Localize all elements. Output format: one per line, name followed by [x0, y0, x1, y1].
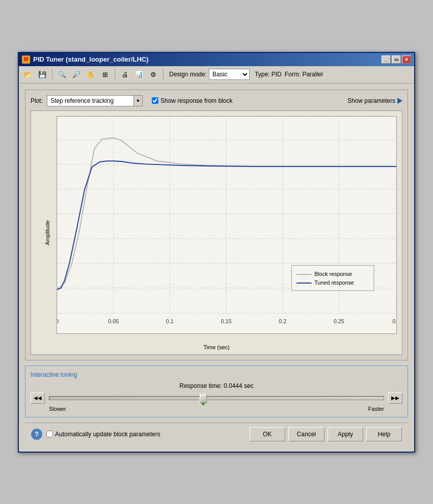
toolbar-print[interactable]: 🖨 [119, 68, 131, 80]
svg-text:0.15: 0.15 [221, 318, 232, 324]
plot-controls: Plot: Step reference tracking ▼ Show res… [31, 95, 402, 106]
slider-track[interactable] [49, 396, 384, 400]
bottom-bar: ? Automatically update block parameters … [25, 423, 408, 445]
slider-labels: Slower Faster [31, 406, 402, 412]
faster-button[interactable]: ▶▶ [388, 393, 402, 404]
y-axis-label: Amplitude [44, 220, 50, 245]
x-axis-label: Time (sec) [203, 344, 230, 350]
toolbar-green[interactable]: 📊 [133, 68, 145, 80]
svg-text:0: 0 [57, 318, 59, 324]
slower-button[interactable]: ◀◀ [31, 393, 45, 404]
chart-svg: -0.2 0 0.2 0.4 0.6 0.8 1 1.2 1.4 0 0.05 … [57, 117, 396, 333]
toolbar-separator-1 [52, 69, 52, 80]
faster-label: Faster [368, 406, 384, 412]
design-mode-label: Design mode: [169, 71, 207, 78]
show-params-label: Show parameters [347, 97, 395, 104]
plot-section: Plot: Step reference tracking ▼ Show res… [25, 90, 408, 360]
plot-label: Plot: [31, 97, 43, 104]
titlebar: M PID Tuner (stand_looper_coiler/LHC) _ … [19, 53, 414, 66]
show-response-label: Show response from block [160, 97, 232, 104]
cancel-button[interactable]: Cancel [288, 427, 324, 441]
svg-text:0.1: 0.1 [166, 318, 174, 324]
toolbar: 📂 💾 🔍 🔎 ✋ ⊞ 🖨 📊 ⚙ Design mode: Basic Ext… [19, 66, 414, 83]
toolbar-zoom-out[interactable]: 🔎 [70, 68, 83, 80]
toolbar-separator-2 [115, 69, 115, 80]
help-icon-button[interactable]: ? [31, 429, 42, 440]
show-params-arrow-icon [397, 98, 402, 104]
slider-thumb-arrow-icon [201, 403, 206, 406]
auto-update-area: Automatically update block parameters [46, 431, 160, 438]
auto-update-checkbox[interactable] [46, 431, 53, 437]
restore-button[interactable]: ▭ [392, 55, 401, 64]
plot-select-value[interactable]: Step reference tracking [47, 95, 133, 106]
show-response-checkbox[interactable] [152, 97, 158, 104]
response-time-label: Response time: 0.0444 sec [31, 382, 402, 389]
svg-rect-32 [291, 265, 374, 291]
apply-button[interactable]: Apply [328, 427, 363, 441]
auto-update-label: Automatically update block parameters [55, 431, 160, 438]
close-button[interactable]: ✕ [402, 55, 411, 64]
chart-container: Amplitude Time (sec) [31, 110, 402, 355]
chart-plot: -0.2 0 0.2 0.4 0.6 0.8 1 1.2 1.4 0 0.05 … [57, 116, 397, 334]
slider-row: ◀◀ ▶▶ [31, 393, 402, 404]
svg-text:Block response: Block response [314, 271, 352, 277]
svg-text:0.25: 0.25 [334, 318, 344, 324]
slider-thumb[interactable] [200, 394, 207, 403]
svg-text:0.3: 0.3 [393, 318, 396, 324]
toolbar-icon-1[interactable]: 📂 [22, 68, 34, 80]
type-form-area: Type: PID Form: Parallel [255, 71, 322, 78]
design-mode-select[interactable]: Basic Extended [209, 69, 250, 80]
toolbar-separator-3 [163, 69, 164, 80]
ok-button[interactable]: OK [250, 427, 285, 441]
toolbar-settings[interactable]: ⚙ [147, 68, 159, 80]
toolbar-icon-2[interactable]: 💾 [36, 68, 48, 80]
plot-select-arrow[interactable]: ▼ [133, 95, 143, 106]
svg-text:Tuned response: Tuned response [314, 279, 354, 285]
toolbar-fit[interactable]: ⊞ [99, 68, 111, 80]
form-label: Form: Parallel [285, 71, 323, 78]
help-button[interactable]: Help [366, 427, 402, 441]
show-params-button[interactable]: Show parameters [347, 97, 402, 104]
window-title: PID Tuner (stand_looper_coiler/LHC) [33, 55, 149, 63]
plot-dropdown: Step reference tracking ▼ [47, 95, 143, 106]
app-icon: M [22, 55, 30, 64]
interactive-tuning-section: Interactive tuning Response time: 0.0444… [25, 366, 408, 417]
design-mode-area: Design mode: Basic Extended [169, 69, 250, 80]
titlebar-buttons: _ ▭ ✕ [382, 55, 411, 64]
titlebar-left: M PID Tuner (stand_looper_coiler/LHC) [22, 55, 149, 64]
type-label: Type: PID [255, 71, 282, 78]
svg-text:0.2: 0.2 [279, 318, 286, 324]
main-window: M PID Tuner (stand_looper_coiler/LHC) _ … [18, 52, 415, 453]
toolbar-zoom-in[interactable]: 🔍 [56, 68, 68, 80]
main-content: Plot: Step reference tracking ▼ Show res… [19, 83, 414, 452]
toolbar-pan[interactable]: ✋ [85, 68, 97, 80]
show-response-area: Show response from block [152, 97, 232, 104]
slower-label: Slower [49, 406, 66, 412]
bottom-buttons: OK Cancel Apply Help [250, 427, 402, 441]
minimize-button[interactable]: _ [382, 55, 391, 64]
svg-text:0.05: 0.05 [108, 318, 119, 324]
interactive-tuning-title: Interactive tuning [31, 371, 402, 378]
